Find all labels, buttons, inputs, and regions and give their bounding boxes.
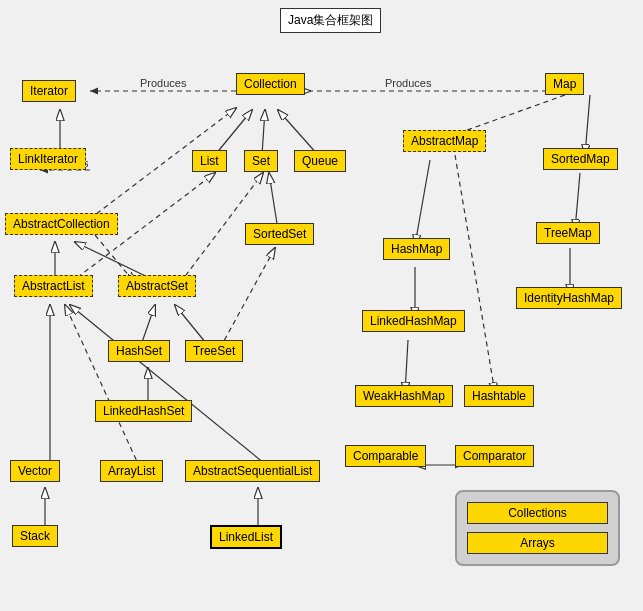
svg-line-24 bbox=[65, 305, 140, 468]
svg-line-12 bbox=[278, 110, 318, 155]
svg-line-11 bbox=[262, 110, 265, 155]
comparable-node: Comparable bbox=[345, 445, 426, 467]
arrays-legend-node: Arrays bbox=[467, 532, 608, 554]
stack-node: Stack bbox=[12, 525, 58, 547]
hashmap-node: HashMap bbox=[383, 238, 450, 260]
svg-line-21 bbox=[220, 248, 275, 348]
svg-line-18 bbox=[269, 173, 278, 230]
linkiterator-node: LinkIterator bbox=[10, 148, 86, 170]
svg-line-32 bbox=[455, 155, 495, 393]
svg-line-25 bbox=[70, 305, 270, 468]
svg-line-10 bbox=[215, 110, 252, 155]
list-node: List bbox=[192, 150, 227, 172]
linkedlist-node: LinkedList bbox=[210, 525, 282, 549]
abstractsequentiallist-node: AbstractSequentialList bbox=[185, 460, 320, 482]
collection-node: Collection bbox=[236, 73, 305, 95]
collections-legend-node: Collections bbox=[467, 502, 608, 524]
iterator-node: Iterator bbox=[22, 80, 76, 102]
sortedmap-node: SortedMap bbox=[543, 148, 618, 170]
linkedhashmap-node: LinkedHashMap bbox=[362, 310, 465, 332]
legend-box: Collections Arrays bbox=[455, 490, 620, 566]
title-box: Java集合框架图 bbox=[280, 8, 381, 33]
treemap-node: TreeMap bbox=[536, 222, 600, 244]
svg-text:Produces: Produces bbox=[140, 77, 187, 89]
linkedhashset-node: LinkedHashSet bbox=[95, 400, 192, 422]
hashtable-node: Hashtable bbox=[464, 385, 534, 407]
treeset-node: TreeSet bbox=[185, 340, 243, 362]
svg-text:Produces: Produces bbox=[385, 77, 432, 89]
map-node: Map bbox=[545, 73, 584, 95]
svg-line-33 bbox=[585, 95, 590, 155]
hashset-node: HashSet bbox=[108, 340, 170, 362]
abstractcollection-node: AbstractCollection bbox=[5, 213, 118, 235]
sortedset-node: SortedSet bbox=[245, 223, 314, 245]
queue-node: Queue bbox=[294, 150, 346, 172]
vector-node: Vector bbox=[10, 460, 60, 482]
arraylist-node: ArrayList bbox=[100, 460, 163, 482]
comparator-node: Comparator bbox=[455, 445, 534, 467]
identityhashmap-node: IdentityHashMap bbox=[516, 287, 622, 309]
abstractmap-node: AbstractMap bbox=[403, 130, 486, 152]
abstractlist-node: AbstractList bbox=[14, 275, 93, 297]
abstractset-node: AbstractSet bbox=[118, 275, 196, 297]
weakhashmap-node: WeakHashMap bbox=[355, 385, 453, 407]
set-node: Set bbox=[244, 150, 278, 172]
svg-line-29 bbox=[415, 160, 430, 245]
